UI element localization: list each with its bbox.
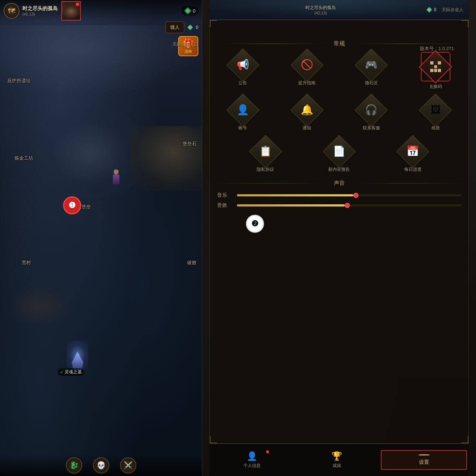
btn-privacy-icon-wrapper: 📋	[252, 138, 278, 164]
btn-account[interactable]: 👤 账号	[213, 97, 272, 131]
btn-community-icon-wrapper: 🎮	[358, 52, 384, 78]
currency2-value: 0	[196, 25, 198, 30]
account-icon: 👤	[237, 105, 249, 115]
section-line-left	[217, 44, 328, 44]
step-indicator-2: ❷	[246, 215, 264, 233]
sound-section-header: 声音	[210, 180, 468, 187]
btn-support[interactable]: 🎧 联系客服	[342, 97, 401, 131]
music-label: 音乐	[217, 192, 232, 199]
achievements-icon: 🏆	[331, 451, 342, 461]
guide-icon: 🚫	[301, 60, 313, 70]
btn-announcement[interactable]: 📢 公告	[213, 52, 272, 90]
btn-preview[interactable]: 📄 新内容预告	[305, 138, 373, 173]
preview-icon: 📄	[333, 146, 345, 156]
btn-quality[interactable]: 🖼 画质	[406, 97, 465, 131]
step-indicator-1: ❶	[63, 196, 81, 214]
music-slider-thumb[interactable]	[353, 193, 358, 198]
btn-daily[interactable]: 📅 每日进度	[379, 138, 447, 173]
right-location-text: 时之尽头的孤岛	[215, 5, 426, 11]
btn-notification[interactable]: 🔔 通知	[278, 97, 336, 131]
tab-personal[interactable]: 👤 个人信息	[210, 448, 294, 472]
avatar[interactable]	[61, 1, 81, 21]
soul-grave-label: ✓ 灵魂之墓	[58, 368, 84, 376]
music-slider-track[interactable]	[237, 194, 461, 196]
terrain-village	[11, 289, 69, 325]
currency-box: 0	[181, 6, 198, 15]
tab-settings[interactable]: 设置	[381, 450, 467, 470]
settings-label: 设置	[419, 459, 429, 466]
location-info: 时之尽头的孤岛 (42,13)	[22, 5, 58, 16]
btn-guide-icon-wrapper: 🚫	[294, 52, 320, 78]
announcement-icon: 📢	[237, 60, 249, 70]
qr-code-icon	[430, 61, 441, 72]
minimap-icon[interactable]: 🗺	[4, 3, 19, 19]
soul-grave[interactable]	[67, 341, 88, 370]
right-currency-value: 0	[434, 7, 436, 12]
right-currency-box: 0	[426, 7, 436, 13]
btn-community[interactable]: 🎮 微社区	[342, 52, 401, 90]
music-slider-fill	[237, 194, 353, 196]
quality-icon: 🖼	[431, 105, 441, 115]
gem-icon	[184, 7, 191, 14]
btn-announcement-icon-wrapper: 📢	[230, 52, 256, 78]
right-settings-panel: 时之尽头的孤岛 (42,13) 0 天际步道人 版本号：1.0.271 常规	[202, 0, 476, 476]
daily-icon: 📅	[406, 146, 419, 156]
redeem-highlight-border	[421, 52, 450, 81]
right-topbar: 时之尽头的孤岛 (42,13) 0 天际步道人	[210, 0, 469, 20]
right-extra-label: 天际步道人	[442, 7, 463, 13]
right-coords-text: (42,13)	[215, 11, 426, 15]
activity-label: 活动	[185, 49, 192, 54]
btn-guide[interactable]: 🚫 提升指南	[278, 52, 336, 90]
btn-notification-icon-wrapper: 🔔	[294, 97, 320, 123]
corner-decoration-bl	[210, 436, 217, 443]
personal-icon: 👤	[247, 451, 257, 461]
corner-decoration-tl	[210, 20, 217, 27]
btn-redeem-label: 兑换码	[429, 84, 442, 90]
mini-gem-icon	[426, 7, 432, 13]
map-character	[112, 169, 120, 184]
btn-redeem[interactable]: 兑换码	[406, 52, 465, 90]
left-bottom-bar: 🐉 💀 ⚔️	[0, 454, 202, 476]
corner-decoration-tr	[461, 20, 468, 27]
tab-achievements[interactable]: 🏆 成就	[294, 448, 379, 472]
btn-quality-icon-wrapper: 🖼	[423, 97, 449, 123]
btn-support-icon-wrapper: 🎧	[358, 97, 384, 123]
settings-grid-row2: 👤 账号 🔔 通知 🎧 联系客服	[210, 97, 468, 131]
terrain-cliff-mid	[36, 108, 144, 198]
corner-decoration-br	[461, 436, 468, 443]
settings-decoration-line	[419, 454, 429, 455]
avatar-notification-dot	[76, 3, 79, 6]
btn-account-icon-wrapper: 👤	[230, 97, 256, 123]
check-icon: ✓	[60, 370, 63, 375]
bottom-icon-3[interactable]: ⚔️	[120, 457, 136, 473]
section-title-general: 常规	[328, 40, 351, 48]
section-line-right	[351, 44, 462, 44]
currency-value: 0	[193, 8, 195, 14]
bottom-icon-1[interactable]: 🐉	[66, 457, 82, 473]
personal-notification-dot	[266, 450, 269, 453]
terrain-ruins	[130, 126, 202, 191]
privacy-icon: 📋	[259, 146, 272, 156]
music-slider-row: 音乐	[217, 192, 461, 199]
sound-line-right	[350, 183, 469, 183]
bottom-tab-bar: 👤 个人信息 🏆 成就 设置	[210, 444, 469, 476]
sfx-slider-fill	[237, 204, 345, 206]
soul-grave-glow	[67, 341, 88, 370]
settings-grid-row3: 📋 隐私协议 📄 新内容预告 📅 每日进度	[210, 138, 468, 173]
btn-privacy[interactable]: 📋 隐私协议	[232, 138, 299, 173]
achievements-label: 成就	[332, 463, 341, 469]
right-location-name: 时之尽头的孤岛 (42,13)	[215, 5, 426, 15]
location-coords: (42,13)	[22, 12, 58, 16]
step-path-label: 天际步道人口	[172, 41, 198, 48]
support-icon: 🎧	[365, 105, 378, 115]
left-game-panel: 🗺 时之尽头的孤岛 (42,13) 0 矮人 0 🎁	[0, 0, 202, 476]
settings-grid-row1: 📢 公告 🚫 提升指南 🎮 微社区	[210, 52, 468, 90]
notification-icon: 🔔	[301, 105, 313, 115]
bottom-icon-2[interactable]: 💀	[93, 457, 109, 473]
sound-line-left	[210, 183, 329, 183]
sfx-slider-track[interactable]	[237, 204, 461, 206]
community-icon: 🎮	[365, 60, 378, 70]
sfx-label: 音效	[217, 202, 232, 209]
avatar-face	[64, 4, 78, 18]
sfx-slider-thumb[interactable]	[345, 203, 350, 208]
